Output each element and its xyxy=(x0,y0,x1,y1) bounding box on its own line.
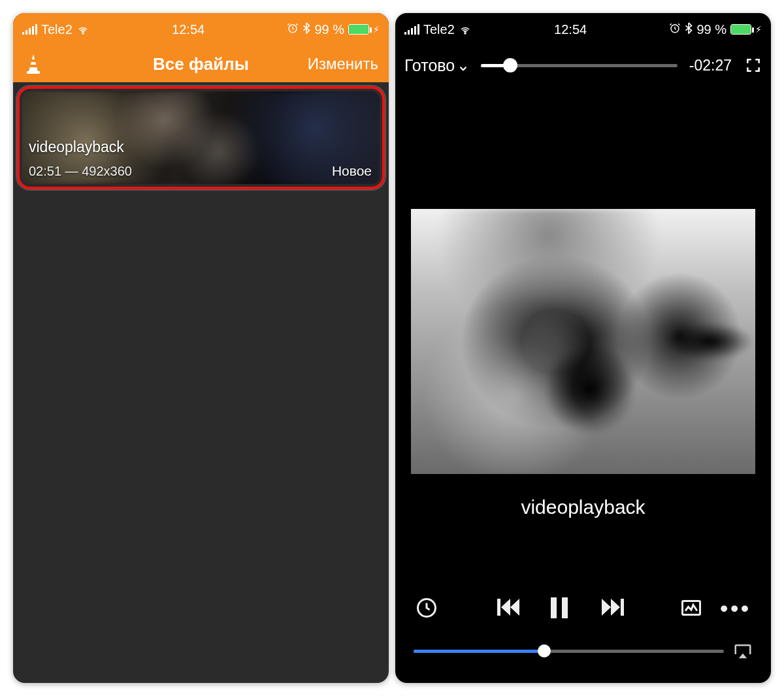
bluetooth-icon xyxy=(302,22,310,37)
edit-button[interactable]: Изменить xyxy=(308,55,378,73)
carrier-label: Tele2 xyxy=(41,22,73,37)
library-screen: Tele2 12:54 xyxy=(13,13,389,683)
player-top-bar: Готово -02:27 xyxy=(395,46,771,85)
video-item-title: videoplayback xyxy=(29,138,124,156)
carrier-label: Tele2 xyxy=(423,22,455,37)
vlc-cone-icon[interactable] xyxy=(24,53,43,75)
more-icon[interactable]: ••• xyxy=(720,595,751,621)
svg-rect-9 xyxy=(621,599,624,616)
done-button[interactable]: Готово xyxy=(404,56,469,75)
battery-pct: 99 % xyxy=(314,22,344,37)
bolt-icon: ⚡︎ xyxy=(755,24,762,35)
expand-icon[interactable] xyxy=(745,57,762,74)
status-time: 12:54 xyxy=(554,22,587,37)
now-playing-title: videoplayback xyxy=(395,496,771,518)
bluetooth-icon xyxy=(685,22,693,37)
battery-icon xyxy=(348,24,369,35)
battery-pct: 99 % xyxy=(696,22,727,37)
bolt-icon: ⚡︎ xyxy=(373,24,380,35)
skip-back-icon[interactable] xyxy=(497,596,521,620)
effects-icon[interactable] xyxy=(679,596,703,620)
svg-rect-2 xyxy=(31,59,36,62)
svg-rect-8 xyxy=(497,599,500,616)
status-bar: Tele2 12:54 xyxy=(13,13,389,46)
done-label: Готово xyxy=(404,56,455,75)
skip-forward-icon[interactable] xyxy=(598,596,621,620)
volume-bar[interactable] xyxy=(414,641,753,661)
airplay-icon[interactable] xyxy=(733,642,753,659)
svg-point-5 xyxy=(465,33,466,34)
player-screen: Tele2 12:54 xyxy=(395,13,771,683)
svg-rect-3 xyxy=(30,65,37,67)
video-item-badge: Новое xyxy=(332,163,372,179)
wifi-icon xyxy=(76,24,90,35)
status-bar: Tele2 12:54 xyxy=(395,13,771,46)
video-item-highlight: videoplayback 02:51 — 492x360 Новое xyxy=(17,86,385,189)
seek-bar[interactable] xyxy=(481,55,678,75)
video-list-item[interactable]: videoplayback 02:51 — 492x360 Новое xyxy=(22,91,380,184)
wifi-icon xyxy=(459,24,472,35)
playback-controls: ••• xyxy=(395,592,771,624)
status-time: 12:54 xyxy=(172,22,204,37)
signal-icon xyxy=(404,24,419,35)
chevron-down-icon xyxy=(457,59,469,71)
svg-rect-4 xyxy=(27,71,40,74)
alarm-icon xyxy=(287,22,299,37)
video-frame[interactable] xyxy=(411,209,755,474)
pause-button[interactable] xyxy=(551,597,568,618)
battery-icon xyxy=(730,24,751,35)
svg-point-0 xyxy=(82,33,84,34)
video-item-meta: 02:51 — 492x360 xyxy=(29,164,132,179)
alarm-icon xyxy=(669,22,681,37)
nav-bar: Все файлы Изменить xyxy=(13,46,389,82)
clock-icon[interactable] xyxy=(415,596,438,620)
time-remaining[interactable]: -02:27 xyxy=(689,57,732,74)
page-title: Все файлы xyxy=(153,54,249,74)
signal-icon xyxy=(22,24,37,35)
